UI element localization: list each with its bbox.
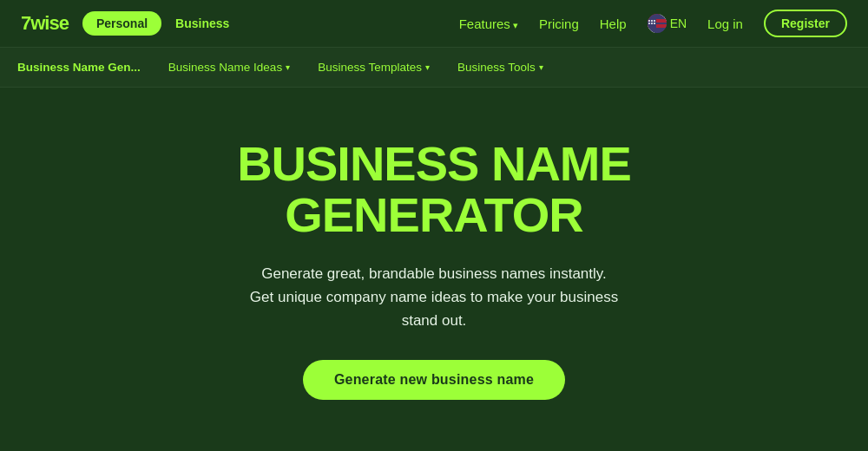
secondary-nav-business-tools[interactable]: Business Tools ▾ (457, 61, 543, 74)
svg-point-9 (654, 23, 655, 24)
business-button[interactable]: Business (175, 16, 229, 30)
register-button[interactable]: Register (764, 10, 847, 37)
chevron-down-icon: ▾ (539, 62, 543, 72)
hero-subtitle: Generate great, brandable business names… (234, 262, 634, 333)
hero-section: BUSINESS NAME GENERATOR Generate great, … (0, 88, 868, 451)
svg-point-5 (651, 20, 653, 22)
nav-left-group: 7wise Personal Business (21, 11, 229, 36)
logo[interactable]: 7wise (21, 12, 69, 35)
help-link[interactable]: Help (600, 16, 627, 31)
svg-point-8 (651, 23, 653, 24)
generate-button[interactable]: Generate new business name (303, 360, 565, 400)
pricing-link[interactable]: Pricing (539, 16, 579, 31)
chevron-down-icon: ▾ (286, 62, 290, 72)
secondary-nav-business-name-ideas[interactable]: Business Name Ideas ▾ (168, 61, 290, 74)
svg-point-7 (648, 23, 650, 24)
flag-icon (648, 14, 667, 33)
secondary-navigation: Business Name Gen... Business Name Ideas… (0, 48, 868, 88)
secondary-nav-business-name-gen[interactable]: Business Name Gen... (17, 61, 141, 74)
chevron-down-icon: ▾ (425, 62, 430, 72)
features-link[interactable]: Features (459, 16, 518, 31)
login-button[interactable]: Log in (707, 16, 743, 31)
svg-point-6 (654, 20, 655, 22)
lang-label: EN (670, 16, 687, 30)
nav-right-group: Features Pricing Help EN Log i (459, 10, 847, 37)
personal-button[interactable]: Personal (82, 11, 161, 36)
hero-title: BUSINESS NAME GENERATOR (237, 139, 631, 241)
language-selector[interactable]: EN (648, 14, 687, 33)
top-navigation: 7wise Personal Business Features Pricing… (0, 0, 868, 48)
svg-point-4 (648, 20, 650, 22)
secondary-nav-business-templates[interactable]: Business Templates ▾ (318, 61, 430, 74)
